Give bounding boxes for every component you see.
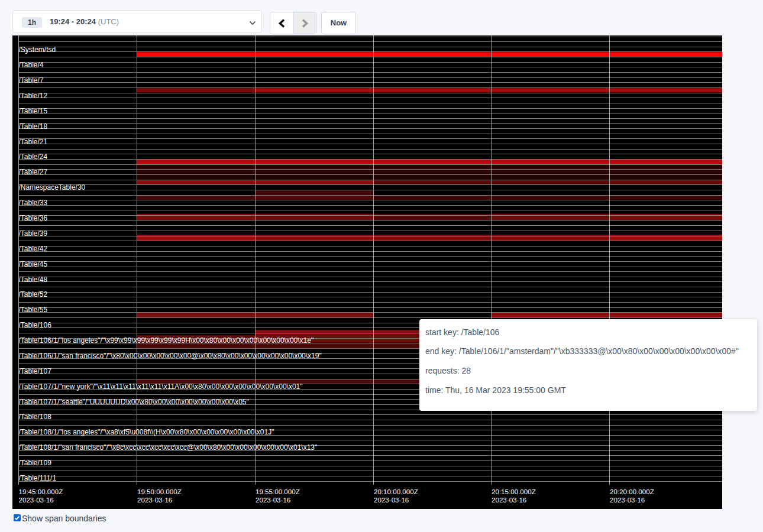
- svg-text:/Table/108: /Table/108: [19, 413, 52, 421]
- svg-text:2023-03-16: 2023-03-16: [256, 496, 290, 504]
- svg-text:/Table/42: /Table/42: [19, 245, 48, 253]
- svg-text:/Table/106/1/"san francisco"/": /Table/106/1/"san francisco"/"\x80\x00\x…: [19, 352, 322, 360]
- svg-text:/Table/108/1/"san francisco"/": /Table/108/1/"san francisco"/"\x8c\xcc\x…: [19, 443, 318, 452]
- svg-text:/Table/24: /Table/24: [19, 153, 48, 161]
- svg-text:/Table/109: /Table/109: [19, 459, 52, 467]
- svg-text:/Table/36: /Table/36: [19, 214, 48, 222]
- svg-text:2023-03-16: 2023-03-16: [610, 496, 645, 504]
- svg-text:/Table/106/1/"los angeles"/"\x: /Table/106/1/"los angeles"/"\x99\x99\x99…: [19, 336, 314, 345]
- svg-text:2023-03-16: 2023-03-16: [492, 496, 526, 504]
- svg-text:/Table/18: /Table/18: [19, 122, 48, 131]
- svg-text:/Table/4: /Table/4: [19, 61, 44, 69]
- svg-text:2023-03-16: 2023-03-16: [137, 496, 172, 504]
- svg-text:19:50:00.000Z: 19:50:00.000Z: [137, 488, 182, 495]
- svg-text:/Table/107/1/"new york"/"\x11\: /Table/107/1/"new york"/"\x11\x11\x11\x1…: [19, 382, 303, 391]
- svg-text:/Table/107: /Table/107: [19, 367, 52, 375]
- svg-text:/Table/106: /Table/106: [19, 321, 52, 329]
- svg-text:/Table/12: /Table/12: [19, 92, 48, 100]
- svg-text:/Table/15: /Table/15: [19, 107, 48, 115]
- svg-text:19:55:00.000Z: 19:55:00.000Z: [256, 488, 300, 495]
- svg-text:/Table/55: /Table/55: [19, 306, 48, 314]
- svg-text:/Table/33: /Table/33: [19, 199, 48, 207]
- svg-text:2023-03-16: 2023-03-16: [374, 496, 409, 504]
- svg-text:19:45:00.000Z: 19:45:00.000Z: [19, 488, 63, 495]
- svg-text:/NamespaceTable/30: /NamespaceTable/30: [19, 183, 86, 192]
- svg-text:/Table/48: /Table/48: [19, 275, 48, 284]
- svg-text:2023-03-16: 2023-03-16: [19, 496, 54, 504]
- svg-text:/Table/27: /Table/27: [19, 168, 48, 176]
- svg-text:/System/tsd: /System/tsd: [19, 46, 56, 54]
- svg-text:/Table/7: /Table/7: [19, 76, 44, 85]
- svg-text:/Table/111/1: /Table/111/1: [19, 474, 57, 482]
- svg-text:/Table/39: /Table/39: [19, 229, 48, 238]
- svg-text:/Table/108/1/"los angeles"/"\x: /Table/108/1/"los angeles"/"\xa8\xf5\u00…: [19, 428, 274, 436]
- svg-text:/Table/21: /Table/21: [19, 138, 48, 146]
- svg-text:/Table/45: /Table/45: [19, 260, 48, 268]
- svg-text:20:10:00.000Z: 20:10:00.000Z: [374, 488, 418, 495]
- svg-text:20:15:00.000Z: 20:15:00.000Z: [492, 488, 536, 495]
- svg-text:/Table/107/1/"seattle"/"UUUUUU: /Table/107/1/"seattle"/"UUUUUUD\x00\x80\…: [19, 398, 249, 406]
- svg-text:20:20:00.000Z: 20:20:00.000Z: [610, 488, 654, 495]
- svg-text:/Table/52: /Table/52: [19, 290, 48, 299]
